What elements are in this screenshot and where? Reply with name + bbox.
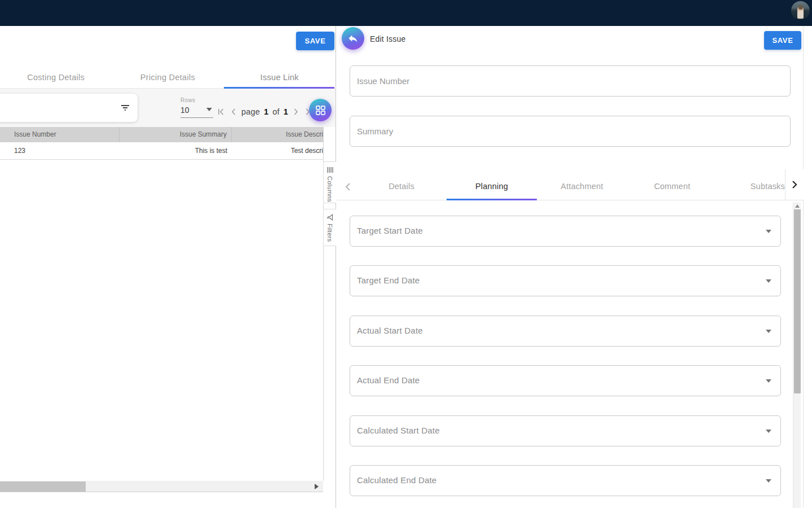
- current-page: 1: [264, 107, 268, 116]
- horizontal-scrollbar[interactable]: [0, 481, 323, 492]
- cell-issue-number: 123: [0, 147, 120, 155]
- chevron-down-icon[interactable]: [766, 479, 771, 483]
- grid-side-panel-tabs: Columns Filters: [323, 127, 336, 481]
- columns-panel-label: Columns: [326, 176, 333, 202]
- cell-issue-summary: This is test: [120, 147, 232, 155]
- tab-pricing-details[interactable]: Pricing Details: [112, 68, 223, 88]
- filter-icon[interactable]: [120, 102, 131, 113]
- chevron-down-icon[interactable]: [766, 330, 771, 333]
- chevron-down-icon[interactable]: [766, 430, 771, 433]
- grid-view-button[interactable]: [309, 99, 332, 121]
- chevron-down-icon[interactable]: [766, 279, 771, 283]
- tab-attachment[interactable]: Attachment: [537, 173, 627, 200]
- tab-details[interactable]: Details: [356, 173, 447, 200]
- search-box[interactable]: [0, 94, 138, 122]
- issue-number-input[interactable]: [350, 66, 790, 96]
- summary-input[interactable]: [350, 116, 790, 146]
- left-save-button[interactable]: SAVE: [296, 32, 334, 50]
- first-page-icon[interactable]: [217, 107, 226, 116]
- scroll-up-icon[interactable]: [795, 204, 800, 208]
- chevron-left-icon[interactable]: [344, 182, 352, 192]
- column-header-issue-number[interactable]: Issue Number: [0, 127, 120, 142]
- avatar[interactable]: [791, 1, 810, 20]
- target-start-date-label: Target Start Date: [357, 226, 423, 235]
- page-word: page: [241, 107, 260, 116]
- rows-caption: Rows: [180, 97, 214, 103]
- target-end-date-field[interactable]: Target End Date: [350, 265, 781, 296]
- grid-icon: [315, 105, 326, 116]
- tab-comment[interactable]: Comment: [627, 173, 717, 200]
- column-header-issue-description[interactable]: Issue Descri: [232, 127, 323, 142]
- table-header: Issue Number Issue Summary Issue Descri: [0, 127, 323, 142]
- calculated-start-date-field[interactable]: Calculated Start Date: [350, 415, 781, 446]
- columns-panel-tab[interactable]: Columns: [323, 161, 336, 203]
- issue-number-field[interactable]: [350, 65, 791, 97]
- tab-costing-details[interactable]: Costing Details: [0, 68, 112, 88]
- left-pane: SAVE Costing Details Pricing Details Iss…: [0, 26, 336, 508]
- rows-value[interactable]: 10: [180, 106, 189, 115]
- back-button[interactable]: [342, 27, 364, 50]
- vertical-scrollbar-thumb[interactable]: [794, 209, 801, 393]
- target-end-date-label: Target End Date: [357, 275, 420, 285]
- tabs-scroll-next-button[interactable]: [785, 169, 804, 200]
- rows-per-page-select[interactable]: Rows 10: [180, 97, 214, 118]
- pagination: page 1 of 1: [217, 107, 313, 116]
- left-tab-bar: Costing Details Pricing Details Issue Li…: [0, 68, 336, 89]
- chevron-down-icon[interactable]: [206, 108, 212, 111]
- right-save-button[interactable]: SAVE: [764, 31, 801, 50]
- calculated-start-date-label: Calculated Start Date: [357, 426, 440, 435]
- previous-page-icon[interactable]: [230, 107, 237, 116]
- of-word: of: [272, 107, 280, 116]
- target-start-date-field[interactable]: Target Start Date: [350, 216, 781, 247]
- horizontal-scrollbar-thumb[interactable]: [0, 481, 86, 492]
- edit-issue-pane: Edit Issue SAVE Details Planning Attachm…: [336, 26, 804, 508]
- vertical-scrollbar[interactable]: [793, 202, 801, 508]
- page-title: Edit Issue: [370, 34, 405, 43]
- cell-issue-description: Test descri: [232, 147, 323, 155]
- actual-end-date-label: Actual End Date: [357, 375, 420, 385]
- active-tab-underline: [447, 199, 537, 201]
- chevron-right-icon: [791, 179, 798, 190]
- filters-panel-label: Filters: [326, 224, 333, 242]
- funnel-icon: [326, 213, 334, 221]
- edit-issue-tab-bar: Details Planning Attachment Comment Subt…: [336, 173, 804, 200]
- total-pages: 1: [284, 107, 288, 116]
- tab-issue-link[interactable]: Issue Link: [224, 68, 336, 88]
- filters-panel-tab[interactable]: Filters: [323, 209, 336, 246]
- chevron-down-icon[interactable]: [766, 230, 771, 233]
- back-arrow-icon: [347, 33, 359, 44]
- table-row[interactable]: 123 This is test Test descri: [0, 142, 323, 160]
- actual-start-date-label: Actual Start Date: [357, 326, 423, 335]
- calculated-end-date-label: Calculated End Date: [357, 475, 436, 485]
- columns-icon: [326, 166, 334, 174]
- next-page-icon[interactable]: [292, 107, 300, 116]
- search-input[interactable]: [1, 94, 114, 121]
- tab-subtasks[interactable]: Subtasks: [717, 173, 785, 200]
- summary-field[interactable]: [350, 116, 791, 147]
- tab-planning[interactable]: Planning: [447, 173, 537, 200]
- calculated-end-date-field[interactable]: Calculated End Date: [350, 465, 781, 496]
- scroll-right-icon[interactable]: [315, 484, 319, 489]
- actual-end-date-field[interactable]: Actual End Date: [350, 365, 781, 396]
- column-header-issue-summary[interactable]: Issue Summary: [120, 127, 232, 142]
- top-navbar: [0, 0, 812, 26]
- actual-start-date-field[interactable]: Actual Start Date: [350, 316, 781, 347]
- chevron-down-icon[interactable]: [766, 379, 771, 383]
